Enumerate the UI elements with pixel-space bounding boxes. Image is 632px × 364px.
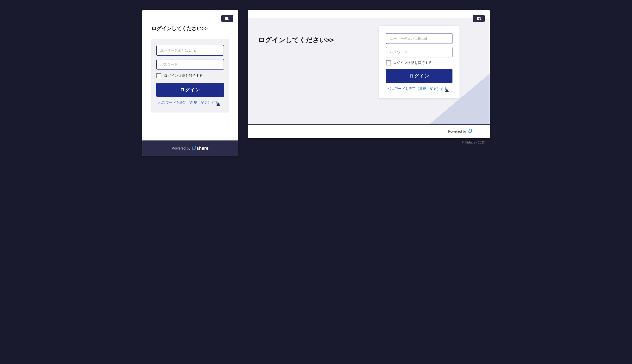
password-input-mobile[interactable]	[156, 59, 224, 70]
remember-checkbox-mobile[interactable]	[156, 73, 161, 78]
remember-label-mobile: ログイン状態を保持する	[164, 74, 203, 78]
ushare-share-mobile: share	[196, 146, 208, 151]
desktop-header: EN	[248, 10, 490, 18]
login-btn-wrapper-mobile: ログイン	[156, 83, 224, 100]
lang-button-mobile[interactable]: EN	[221, 15, 233, 22]
mobile-login-title: ログインしてください>>	[151, 25, 229, 32]
ushare-logo-desktop: U share	[468, 128, 485, 135]
desktop-login-title: ログインしてください>>	[258, 36, 334, 45]
desktop-wrapper-outer: EN ログインしてください>> ログイン状態を保持する ログイン パスワードを設…	[248, 10, 490, 147]
ushare-logo-mobile: U share	[192, 145, 208, 152]
desktop-login-card: EN ログインしてください>> ログイン状態を保持する ログイン パスワードを設…	[248, 10, 490, 138]
login-button-mobile[interactable]: ログイン	[156, 83, 224, 97]
mobile-login-card: EN ログインしてください>> ログイン状態を保持する ログイン パスワードを設…	[142, 10, 238, 156]
copyright-bar: © Uishare - 2023	[248, 138, 490, 147]
remember-row-mobile: ログイン状態を保持する	[156, 73, 224, 78]
ushare-share-desktop: share	[473, 129, 485, 134]
mobile-card-body: EN ログインしてください>> ログイン状態を保持する ログイン パスワードを設…	[142, 10, 238, 140]
mobile-footer: Powered by U share	[142, 140, 238, 156]
desktop-form-card: ログイン状態を保持する ログイン パスワードを設定（新規・変更）する。	[379, 26, 460, 98]
remember-checkbox-desktop[interactable]	[386, 60, 391, 65]
mobile-form-area: ログイン状態を保持する ログイン パスワードを設定（新規・変更）する。	[151, 39, 229, 113]
powered-text-mobile: Powered by	[172, 146, 190, 150]
username-input-desktop[interactable]	[386, 33, 452, 44]
login-button-desktop[interactable]: ログイン	[386, 69, 452, 83]
powered-text-desktop: Powered by	[448, 129, 467, 133]
remember-label-desktop: ログイン状態を保持する	[393, 61, 432, 65]
forgot-link-desktop[interactable]: パスワードを設定（新規・変更）する。	[386, 87, 452, 91]
ushare-u-desktop: U	[468, 128, 472, 135]
desktop-body: ログインしてください>> ログイン状態を保持する ログイン パスワードを設定（新…	[248, 18, 490, 124]
login-btn-wrapper-desktop: ログイン	[386, 69, 452, 87]
username-input-mobile[interactable]	[156, 45, 224, 56]
ushare-u-mobile: U	[192, 145, 196, 152]
forgot-link-mobile[interactable]: パスワードを設定（新規・変更）する。	[156, 100, 224, 105]
copyright-text: © Uishare - 2023	[462, 141, 485, 144]
desktop-footer: Powered by U share	[248, 124, 490, 138]
remember-row-desktop: ログイン状態を保持する	[386, 60, 452, 65]
password-input-desktop[interactable]	[386, 47, 452, 57]
